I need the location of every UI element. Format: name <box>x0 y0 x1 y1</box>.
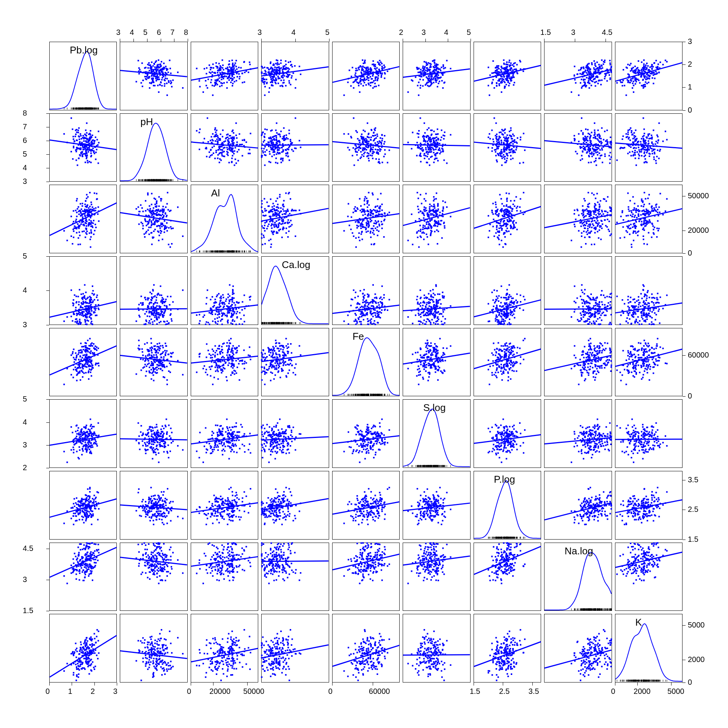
svg-rect-4478 <box>425 200 427 202</box>
svg-rect-9836 <box>495 435 496 437</box>
svg-rect-8575 <box>645 368 646 369</box>
svg-rect-14811 <box>418 675 420 676</box>
svg-rect-9504 <box>371 434 373 435</box>
svg-rect-13861 <box>81 650 83 651</box>
svg-rect-13304 <box>505 552 507 554</box>
svg-rect-1598 <box>641 61 642 63</box>
svg-rect-14237 <box>226 664 228 665</box>
svg-rect-7945 <box>429 360 431 362</box>
svg-rect-4565 <box>424 228 425 229</box>
svg-rect-13628 <box>647 552 648 553</box>
svg-rect-10932 <box>276 510 277 511</box>
svg-rect-8339 <box>588 339 590 341</box>
svg-rect-6650 <box>581 289 582 291</box>
svg-rect-10279 <box>643 438 645 439</box>
svg-rect-704 <box>290 84 292 85</box>
svg-rect-4355 <box>381 214 383 215</box>
svg-rect-9119 <box>224 450 225 452</box>
svg-rect-10607 <box>142 507 143 508</box>
svg-rect-5244 <box>82 311 83 312</box>
svg-rect-3240 <box>593 152 595 154</box>
svg-rect-2636 <box>383 143 385 144</box>
svg-rect-14089 <box>167 652 168 654</box>
svg-rect-6470 <box>513 309 515 311</box>
svg-rect-8766 <box>76 433 78 435</box>
svg-rect-2496 <box>363 155 364 157</box>
svg-rect-14685 <box>367 637 368 639</box>
svg-rect-11893 <box>651 497 653 499</box>
svg-rect-6660 <box>582 306 584 307</box>
svg-rect-14253 <box>233 662 234 664</box>
svg-rect-14806 <box>439 639 441 640</box>
svg-rect-5944 <box>374 297 375 298</box>
svg-rect-4075 <box>287 209 289 210</box>
svg-rect-13070 <box>436 558 437 559</box>
svg-rect-12827 <box>375 563 376 565</box>
svg-rect-7919 <box>425 361 426 363</box>
svg-rect-6260 <box>437 320 438 322</box>
svg-rect-7044 <box>98 362 99 364</box>
svg-rect-13645 <box>657 546 659 548</box>
svg-rect-6979 <box>89 338 91 339</box>
svg-rect-12891 <box>364 566 365 567</box>
svg-rect-4391 <box>431 206 432 207</box>
svg-rect-12769 <box>279 571 280 573</box>
svg-rect-4974 <box>636 210 638 211</box>
svg-rect-776 <box>366 78 367 80</box>
svg-rect-12015 <box>647 501 649 503</box>
svg-rect-4453 <box>423 213 424 215</box>
svg-rect-2754 <box>430 149 431 151</box>
svg-rect-6923 <box>78 367 80 369</box>
axis-tick-label: 20000 <box>688 226 709 235</box>
svg-rect-6326 <box>505 297 507 298</box>
svg-rect-3395 <box>630 155 632 156</box>
svg-rect-9869 <box>519 445 521 447</box>
svg-rect-10894 <box>271 501 272 503</box>
svg-rect-9542 <box>356 444 358 445</box>
svg-rect-14646 <box>377 659 378 660</box>
svg-rect-8796 <box>144 449 146 450</box>
svg-rect-443 <box>202 91 204 93</box>
svg-rect-4175 <box>276 216 278 217</box>
svg-rect-9502 <box>375 452 377 453</box>
svg-rect-6963 <box>84 354 85 356</box>
svg-rect-11948 <box>649 515 651 516</box>
svg-rect-14522 <box>364 661 365 662</box>
svg-rect-8783 <box>166 419 167 420</box>
svg-rect-9311 <box>283 452 284 453</box>
svg-rect-12925 <box>366 547 368 549</box>
svg-rect-13817 <box>94 668 95 670</box>
svg-rect-12215 <box>93 566 94 568</box>
svg-rect-3606 <box>84 215 86 217</box>
svg-rect-11011 <box>289 501 290 502</box>
svg-rect-13086 <box>433 554 434 555</box>
svg-rect-9177 <box>279 440 281 442</box>
svg-rect-5248 <box>78 313 79 314</box>
svg-rect-10451 <box>84 499 86 500</box>
svg-rect-2195 <box>228 141 229 142</box>
svg-rect-10115 <box>587 443 588 444</box>
svg-rect-5620 <box>217 306 218 308</box>
svg-rect-7426 <box>231 362 233 364</box>
svg-rect-384 <box>229 66 231 68</box>
svg-rect-13177 <box>491 571 493 573</box>
svg-rect-6861 <box>647 309 649 311</box>
svg-rect-11900 <box>653 495 654 496</box>
svg-rect-9347 <box>270 454 271 455</box>
svg-rect-11989 <box>643 488 645 490</box>
svg-rect-9893 <box>496 438 497 439</box>
svg-rect-4847 <box>601 210 602 211</box>
svg-rect-14548 <box>364 664 366 665</box>
svg-rect-2670 <box>373 151 375 153</box>
svg-rect-3419 <box>643 138 644 139</box>
axis-tick <box>682 110 686 111</box>
svg-rect-7967 <box>439 360 441 361</box>
svg-rect-5579 <box>206 303 207 304</box>
svg-rect-7943 <box>426 350 427 352</box>
svg-rect-3345 <box>659 149 661 150</box>
svg-rect-1655 <box>616 82 618 84</box>
svg-rect-7200 <box>152 364 154 366</box>
svg-rect-14613 <box>380 645 381 646</box>
svg-rect-7042 <box>84 350 86 351</box>
svg-rect-1322 <box>495 72 497 73</box>
